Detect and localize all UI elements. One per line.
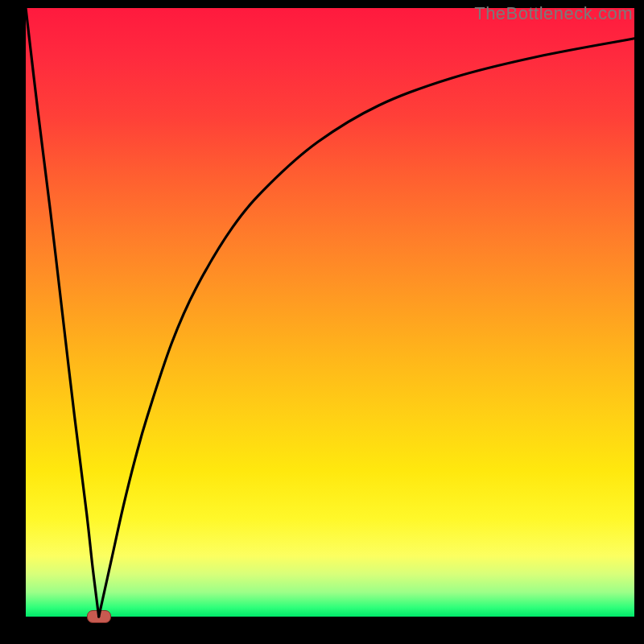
curve-right-branch: [99, 39, 634, 617]
plot-area: [26, 8, 634, 617]
chart-frame: TheBottleneck.com: [0, 0, 644, 644]
curve-left-branch: [26, 8, 99, 617]
watermark-text: TheBottleneck.com: [474, 3, 633, 24]
curve-layer: [26, 8, 634, 617]
